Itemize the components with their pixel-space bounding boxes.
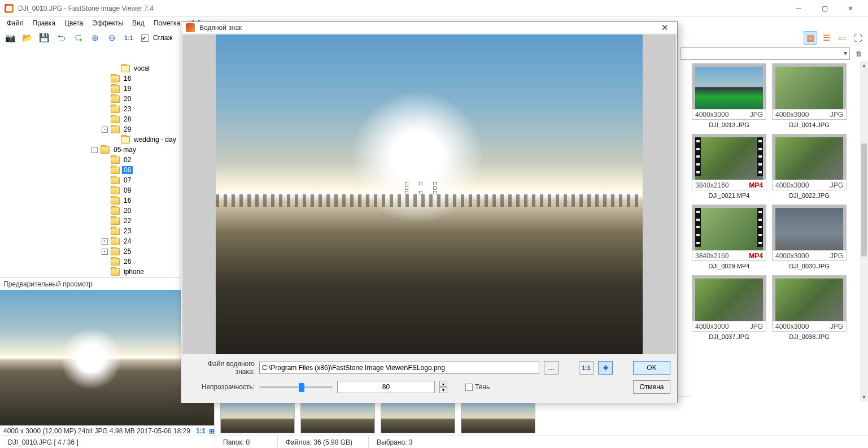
view-thumbnails-icon[interactable]: ▦ [804,31,817,45]
menu-edit[interactable]: Правка [28,18,60,28]
menu-file[interactable]: Файл [2,18,28,28]
menu-tag[interactable]: Пометка [149,18,185,28]
next-icon[interactable]: ⮎ [71,31,85,45]
dialog-icon [186,23,195,32]
thumb-filename: DJI_0014.JPG [772,120,847,132]
acquire-icon[interactable]: 📷 [3,31,17,45]
close-button[interactable]: ✕ [838,0,863,17]
dialog-titlebar[interactable]: Водяной знак ✕ [181,22,677,33]
statusbar: DJI_0010.JPG [ 4 / 36 ] Папок: 0 Файлов:… [0,436,868,448]
status-file: DJI_0010.JPG [ 4 / 36 ] [0,436,215,448]
thumb-res: 3840x2160 [695,252,729,260]
folder-icon [111,95,120,103]
folder-icon [111,228,120,235]
opacity-value[interactable] [337,381,435,393]
thumbnail-card[interactable]: 4000x3000JPGDJI_0030.JPG [772,205,847,273]
tree-label: 02 [122,156,133,164]
thumbnail-card[interactable]: 3840x2160MP4DJI_0029.MP4 [692,205,766,273]
shadow-checkbox[interactable]: Тень [465,383,532,391]
filmstrip-item[interactable] [461,399,535,433]
spin-down-icon[interactable]: ▼ [439,387,447,393]
ratio-button[interactable]: 1:1 [579,361,594,375]
ok-button[interactable]: OK [633,361,670,375]
tree-label: 20 [122,95,133,103]
folder-icon [101,146,110,154]
thumb-filename: DJI_0037.JPG [692,332,766,343]
tree-label: 19 [122,85,133,93]
thumb-filename: DJI_0029.MP4 [692,261,766,273]
status-folders: Папок: 0 [215,436,277,448]
smooth-checkbox[interactable]: Сглаж [141,34,172,42]
scroll-up-icon[interactable]: ▲ [860,61,868,70]
dialog-close-button[interactable]: ✕ [657,22,673,33]
folder-icon [111,177,120,184]
browse-button[interactable]: … [544,361,559,375]
open-icon[interactable]: 📂 [20,31,34,45]
fit-icon[interactable]: ⊞ [209,427,215,435]
thumbnail-card[interactable]: 4000x3000JPGDJI_0037.JPG [692,275,766,343]
thumb-res: 4000x3000 [695,323,729,330]
thumbnail-card[interactable]: 4000x3000JPGDJI_0038.JPG [772,275,847,343]
tree-label: vocal [132,64,151,72]
zoom-out-icon[interactable]: ⊖ [105,31,119,45]
folder-icon [111,207,120,215]
fullscreen-icon[interactable]: ⛶ [851,31,865,45]
thumb-format: JPG [830,181,843,189]
tree-label: 16 [122,75,133,82]
cancel-button[interactable]: Отмена [633,380,670,394]
filmstrip-item[interactable] [220,399,295,433]
vertical-scrollbar[interactable]: ▲ ▼ [860,61,868,402]
opacity-slider[interactable] [259,381,333,393]
thumb-format: MP4 [749,181,763,189]
actual-size-icon[interactable]: 1:1 [122,31,136,45]
thumbnail-card[interactable]: 3840x2160MP4DJI_0021.MP4 [692,134,766,202]
thumbnail-panel: 4000x3000JPGDJI_0013.JPG4000x3000JPGDJI_… [691,61,860,402]
menu-effects[interactable]: Эффекты [88,18,128,28]
delete-icon[interactable]: 🗑 [853,48,865,59]
folder-icon [111,116,120,123]
thumb-res: 3840x2160 [695,181,729,189]
view-single-icon[interactable]: ▭ [835,31,849,45]
scroll-thumb[interactable] [861,143,867,256]
watermark-handle[interactable] [407,184,435,193]
tree-label: iphone [122,268,146,276]
tree-label: 23 [122,105,133,113]
scroll-down-icon[interactable]: ▼ [860,393,868,402]
folder-icon [111,187,120,194]
fit-button[interactable]: ✥ [598,361,613,375]
thumb-format: JPG [830,111,843,119]
maximize-button[interactable]: ▢ [812,0,838,17]
thumb-format: JPG [750,111,763,119]
menu-view[interactable]: Вид [128,18,149,28]
thumbnail-card[interactable]: 4000x3000JPGDJI_0013.JPG [692,63,766,132]
status-files: Файлов: 36 (5,98 GB) [278,436,368,448]
path-combo[interactable] [681,47,850,60]
opacity-label: Непрозрачность: [188,383,255,391]
watermark-file-input[interactable] [259,362,539,374]
preview-info-bar: 4000 x 3000 (12.00 MP) 24bit JPG 4.98 MB… [0,425,214,436]
menu-colors[interactable]: Цвета [60,18,88,28]
thumbnail-card[interactable]: 4000x3000JPGDJI_0022.JPG [772,134,847,202]
spin-up-icon[interactable]: ▲ [439,381,447,387]
dialog-canvas[interactable] [182,34,676,354]
thumb-res: 4000x3000 [695,111,729,119]
thumb-format: JPG [830,323,843,330]
watermark-file-label: Файл водяного знака: [188,360,255,376]
folder-icon [111,85,120,93]
filmstrip-item[interactable] [381,399,455,433]
view-list-icon[interactable]: ☰ [819,31,833,45]
prev-icon[interactable]: ⮌ [54,31,68,45]
zoom-in-icon[interactable]: ⊕ [88,31,102,45]
folder-icon [111,238,120,245]
checkbox-icon [141,34,149,42]
thumb-filename: DJI_0021.MP4 [692,190,766,202]
thumb-res: 4000x3000 [775,323,809,330]
thumbnail-card[interactable]: 4000x3000JPGDJI_0014.JPG [772,63,847,132]
thumb-res: 4000x3000 [775,111,809,119]
save-icon[interactable]: 💾 [37,31,51,45]
thumb-res: 4000x3000 [775,252,809,260]
filmstrip-item[interactable] [300,399,375,433]
tree-label: 05-may [112,146,138,154]
minimize-button[interactable]: ─ [786,0,812,17]
ratio-icon[interactable]: 1:1 [196,427,206,435]
